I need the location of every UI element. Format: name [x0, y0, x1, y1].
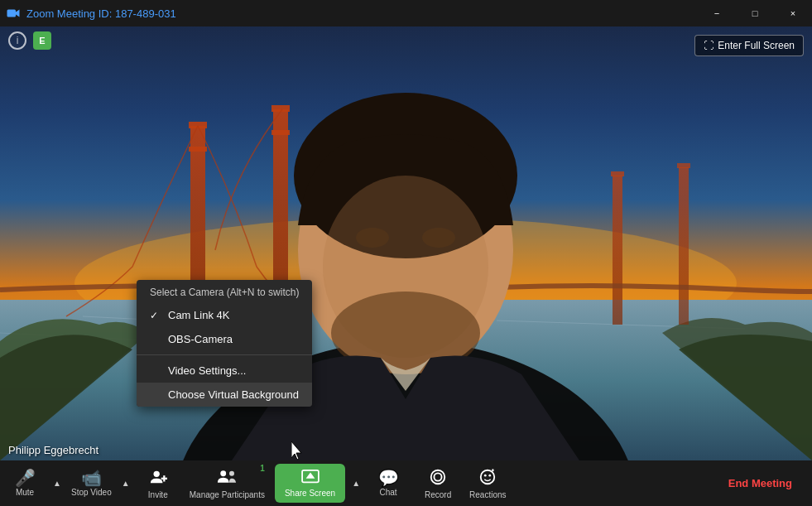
window-controls: − □ × — [698, 0, 812, 27]
share-screen-icon — [301, 470, 320, 487]
stop-video-button[interactable]: 📹 Stop Video — [65, 460, 118, 506]
menu-divider — [137, 354, 312, 355]
invite-icon — [149, 468, 167, 489]
svg-point-28 — [221, 470, 227, 476]
end-meeting-button[interactable]: End Meeting — [709, 460, 812, 506]
svg-point-34 — [481, 470, 495, 484]
cam-link-item[interactable]: Cam Link 4K — [137, 303, 312, 327]
minimize-button[interactable]: − — [698, 0, 736, 27]
video-icon: 📹 — [81, 470, 102, 486]
svg-marker-31 — [305, 472, 315, 478]
video-area: Philipp Eggebrecht — [0, 27, 812, 460]
svg-point-22 — [356, 228, 389, 248]
svg-rect-13 — [613, 176, 622, 325]
maximize-button[interactable]: □ — [736, 0, 774, 27]
share-caret-button[interactable]: ▲ — [348, 460, 363, 506]
zoom-icon — [0, 0, 26, 27]
participant-name-label: Philipp Eggebrecht — [8, 444, 98, 456]
svg-point-35 — [484, 474, 487, 476]
svg-point-36 — [489, 474, 492, 476]
svg-point-32 — [431, 470, 445, 484]
info-icon[interactable]: i — [8, 31, 26, 50]
svg-point-25 — [153, 470, 159, 476]
stop-video-group: 📹 Stop Video ▲ — [65, 460, 133, 506]
video-settings-item[interactable]: Video Settings... — [137, 359, 312, 383]
chat-icon: 💬 — [378, 470, 399, 486]
invite-button[interactable]: Invite — [133, 460, 183, 506]
reactions-button[interactable]: Reactions — [463, 460, 512, 506]
svg-rect-9 — [189, 122, 207, 128]
title-bar: Zoom Meeting ID: 187-489-031 − □ × — [0, 0, 812, 27]
mute-group: 🎤 Mute ▲ — [0, 460, 65, 506]
virtual-background-item[interactable]: Choose Virtual Background — [137, 383, 312, 407]
record-icon — [429, 468, 447, 489]
svg-rect-16 — [677, 163, 690, 168]
participants-icon — [217, 468, 237, 489]
share-screen-group: Share Screen ▲ — [271, 460, 363, 506]
video-caret-button[interactable]: ▲ — [118, 460, 133, 506]
mute-button[interactable]: 🎤 Mute — [0, 460, 50, 506]
close-button[interactable]: × — [774, 0, 812, 27]
svg-rect-15 — [611, 171, 624, 176]
svg-point-33 — [434, 473, 441, 480]
share-screen-button[interactable]: Share Screen — [275, 464, 345, 503]
fullscreen-button[interactable]: ⛶ Enter Full Screen — [694, 35, 804, 56]
bottom-toolbar: 🎤 Mute ▲ 📹 Stop Video ▲ Invite — [0, 460, 812, 506]
svg-rect-0 — [7, 10, 17, 17]
obs-camera-item[interactable]: OBS-Camera — [137, 327, 312, 351]
menu-header: Select a Camera (Alt+N to switch) — [137, 280, 312, 303]
security-icon[interactable]: E — [33, 31, 51, 50]
svg-point-29 — [229, 470, 234, 475]
svg-rect-14 — [679, 167, 689, 325]
svg-rect-10 — [189, 147, 207, 152]
svg-rect-12 — [271, 130, 290, 135]
top-left-icons: i E — [8, 31, 51, 50]
meeting-id-title: Zoom Meeting ID: 187-489-031 — [26, 7, 698, 20]
mute-caret-button[interactable]: ▲ — [50, 460, 65, 506]
reactions-icon — [478, 468, 497, 489]
chat-button[interactable]: 💬 Chat — [363, 460, 413, 506]
microphone-icon: 🎤 — [15, 470, 36, 486]
toolbar-spacer — [513, 460, 709, 506]
camera-context-menu: Select a Camera (Alt+N to switch) Cam Li… — [137, 280, 312, 407]
record-button[interactable]: Record — [413, 460, 463, 506]
manage-participants-button[interactable]: 1 Manage Participants — [183, 460, 271, 506]
fullscreen-icon: ⛶ — [704, 40, 714, 51]
svg-point-23 — [422, 228, 455, 248]
